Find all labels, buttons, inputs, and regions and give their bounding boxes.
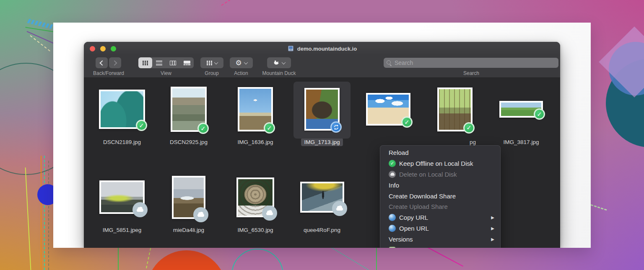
chevron-right-icon — [112, 60, 117, 66]
photo-thumbnail-domes — [99, 90, 145, 129]
dashed-line-decoration — [30, 35, 50, 51]
mountain-duck-window: demo.mountainduck.io Back/Forward View G… — [84, 42, 560, 248]
dashed-line-decoration — [145, 248, 151, 270]
column-view-icon — [170, 61, 176, 65]
title-bar[interactable]: demo.mountainduck.io — [84, 42, 560, 55]
list-view-icon — [156, 61, 162, 65]
pink-dashed-line-decoration — [221, 0, 252, 6]
search-input[interactable] — [395, 59, 558, 66]
view-label: View — [150, 70, 182, 76]
magenta-line-decoration — [427, 247, 463, 267]
file-item[interactable]: pg — [423, 84, 486, 134]
red-circle-decoration — [147, 250, 226, 270]
file-name: mieDa4li.jpg — [173, 226, 204, 234]
forward-button[interactable] — [109, 57, 121, 68]
green-line-decoration — [376, 248, 377, 270]
grid-view-icon — [143, 61, 144, 62]
toolbar: Back/Forward View Group ⚙ Action — [84, 55, 560, 78]
file-name: IMG_3817.jpg — [504, 138, 539, 146]
file-item[interactable]: mieDa4li.jpg — [157, 172, 220, 234]
menu-item-reload[interactable]: Reload — [380, 147, 500, 158]
file-item-selected[interactable]: IMG_1713.jpg — [291, 84, 353, 146]
dotted-line-decoration — [330, 247, 371, 270]
chevron-down-icon — [214, 60, 218, 64]
group-grid-icon — [207, 61, 208, 62]
mountain-duck-button[interactable] — [267, 57, 291, 68]
column-view-button[interactable] — [166, 57, 180, 68]
menu-item-open-url[interactable]: Open URL ▶ — [380, 223, 500, 234]
icon-view-button[interactable] — [138, 57, 152, 68]
gallery-view-button[interactable] — [180, 57, 194, 68]
view-switcher — [138, 57, 194, 68]
online-only-cloud-icon — [132, 202, 148, 217]
photo-thumbnail-hang-glider — [300, 182, 344, 213]
window-title-group: demo.mountainduck.io — [84, 46, 560, 52]
menu-item-create-upload-share: Create Upload Share — [380, 201, 500, 212]
group-button[interactable] — [200, 57, 223, 68]
file-name: IMG_1713.jpg — [301, 138, 343, 146]
menu-item-copy-url[interactable]: Copy URL ▶ — [380, 212, 500, 223]
file-name: DSCN2189.jpg — [103, 138, 141, 146]
vault-icon — [389, 247, 396, 248]
file-item[interactable]: DSCN2925.jpg — [157, 84, 220, 146]
diamond-decoration — [599, 26, 644, 98]
menu-item-versions[interactable]: Versions ▶ — [380, 234, 500, 244]
action-label: Action — [225, 70, 257, 76]
chevron-left-icon — [100, 60, 105, 66]
photo-thumbnail-forest — [437, 87, 473, 131]
gallery-view-icon — [184, 61, 190, 65]
back-button[interactable] — [96, 57, 108, 68]
synced-badge-icon — [197, 123, 209, 134]
file-item[interactable]: IMG_3817.jpg — [490, 84, 553, 146]
action-button[interactable]: ⚙ — [230, 57, 253, 68]
file-name: DSCN2925.jpg — [170, 138, 208, 146]
chevron-down-icon — [282, 60, 286, 64]
gear-icon: ⚙ — [235, 59, 242, 67]
search-icon — [387, 60, 392, 66]
syncing-badge-icon — [330, 121, 342, 133]
file-item[interactable] — [357, 84, 420, 146]
circle-outline-decoration — [231, 249, 283, 270]
synced-badge-icon — [463, 122, 475, 134]
file-name: quee4RoF.png — [304, 226, 340, 234]
menu-item-delete-on-local-disk: Delete on Local Disk — [380, 169, 500, 180]
search-field[interactable] — [384, 58, 558, 68]
synced-badge-icon — [534, 108, 545, 120]
photo-thumbnail-airplane — [238, 87, 273, 131]
file-item[interactable]: DSCN2189.jpg — [91, 84, 153, 146]
green-line-decoration — [118, 248, 119, 270]
submenu-arrow-icon: ▶ — [491, 237, 494, 242]
menu-item-new-encrypted-vault[interactable]: New Encrypted Vault... — [380, 244, 500, 248]
file-item[interactable]: quee4RoF.png — [291, 172, 353, 234]
globe-icon — [389, 214, 396, 221]
duck-icon — [273, 59, 280, 66]
group-label: Group — [195, 70, 228, 76]
file-name: IMG_6530.jpg — [238, 226, 273, 234]
photo-thumbnail-panorama — [499, 101, 543, 118]
menu-item-keep-offline[interactable]: Keep Offline on Local Disk — [380, 158, 500, 169]
context-menu: Reload Keep Offline on Local Disk Delete… — [380, 145, 501, 248]
online-only-cloud-icon — [193, 207, 208, 222]
file-item[interactable]: IMG_1636.jpg — [224, 84, 287, 146]
synced-badge-icon — [136, 120, 147, 131]
menu-item-create-download-share[interactable]: Create Download Share — [380, 190, 500, 201]
server-icon — [287, 46, 294, 52]
file-item[interactable]: IMG_6530.jpg — [224, 172, 287, 234]
check-circle-icon — [389, 160, 396, 167]
file-name: IMG_5851.jpeg — [103, 226, 141, 234]
file-item[interactable]: IMG_5851.jpeg — [91, 172, 153, 234]
vertical-line-decoration — [25, 167, 31, 270]
online-only-cloud-icon — [262, 206, 277, 221]
photo-thumbnail-beach — [366, 93, 410, 126]
cloud-circle-icon — [389, 171, 396, 178]
submenu-arrow-icon: ▶ — [491, 215, 494, 220]
menu-item-info[interactable]: Info — [380, 180, 500, 190]
blue-circle-decoration — [609, 42, 644, 95]
list-view-button[interactable] — [152, 57, 166, 68]
photo-thumbnail-potted-plant — [236, 177, 274, 217]
photo-thumbnail-beehive — [304, 88, 340, 131]
synced-badge-icon — [401, 116, 413, 128]
back-forward-label: Back/Forward — [92, 70, 125, 76]
photo-thumbnail-mountains — [171, 87, 207, 132]
vertical-dashed-line-decoration — [44, 156, 45, 270]
